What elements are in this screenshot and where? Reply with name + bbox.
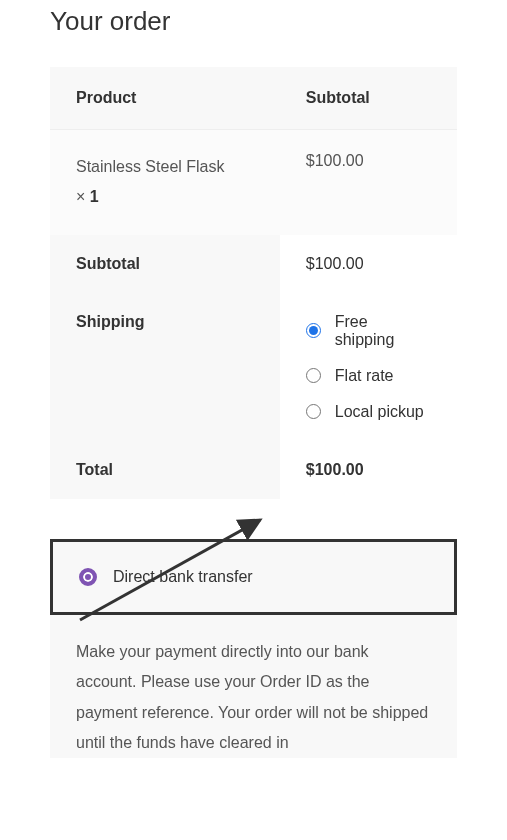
shipping-option-label: Local pickup	[335, 403, 424, 421]
payment-radio-icon[interactable]	[79, 568, 97, 586]
page-title: Your order	[50, 6, 457, 37]
payment-method-label: Direct bank transfer	[113, 568, 253, 586]
payment-methods: Direct bank transfer Make your payment d…	[50, 539, 457, 759]
order-review-table: Product Subtotal Stainless Steel Flask ×…	[50, 67, 457, 499]
shipping-label: Shipping	[50, 293, 280, 441]
product-subtotal: $100.00	[280, 130, 457, 235]
shipping-option-label: Free shipping	[335, 313, 431, 349]
shipping-option-free[interactable]: Free shipping	[306, 313, 431, 349]
col-header-subtotal: Subtotal	[280, 67, 457, 130]
shipping-option-label: Flat rate	[335, 367, 394, 385]
payment-method-bank-transfer[interactable]: Direct bank transfer	[50, 539, 457, 615]
table-row: Stainless Steel Flask × 1 $100.00	[50, 130, 457, 235]
shipping-option-local[interactable]: Local pickup	[306, 403, 431, 421]
total-value: $100.00	[280, 441, 457, 499]
subtotal-value: $100.00	[280, 235, 457, 293]
shipping-radio-flat[interactable]	[306, 368, 321, 383]
product-name-cell: Stainless Steel Flask × 1	[50, 130, 280, 235]
product-name: Stainless Steel Flask	[76, 158, 225, 175]
shipping-option-flat[interactable]: Flat rate	[306, 367, 431, 385]
shipping-radio-free[interactable]	[306, 323, 321, 338]
subtotal-label: Subtotal	[50, 235, 280, 293]
product-qty: 1	[90, 188, 99, 205]
qty-separator: ×	[76, 188, 85, 205]
shipping-options-cell: Free shipping Flat rate Local pickup	[280, 293, 457, 441]
col-header-product: Product	[50, 67, 280, 130]
total-label: Total	[50, 441, 280, 499]
payment-method-description: Make your payment directly into our bank…	[50, 615, 457, 759]
shipping-radio-local[interactable]	[306, 404, 321, 419]
